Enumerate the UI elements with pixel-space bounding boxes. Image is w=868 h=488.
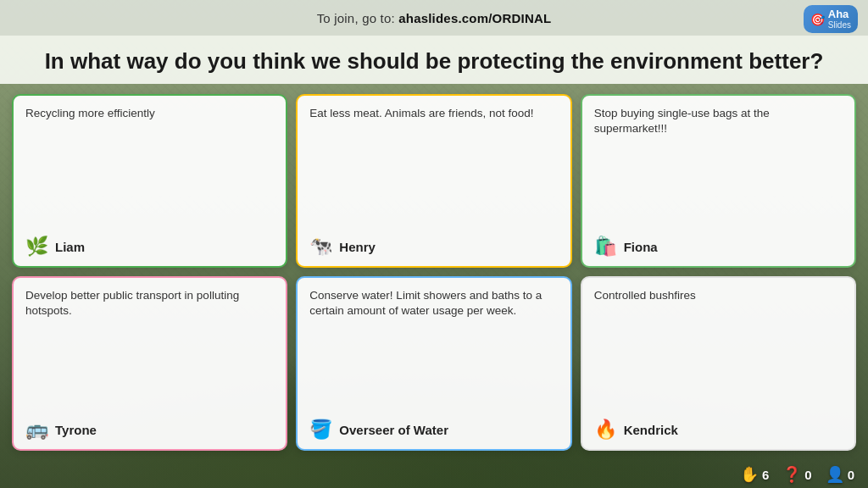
- question-count: 0: [804, 468, 811, 482]
- users-count: 0: [848, 468, 854, 482]
- logo-line2: Slides: [828, 20, 851, 30]
- card-2-username: Henry: [339, 240, 376, 254]
- card-3-icon: 🛍️: [594, 237, 617, 256]
- users-stat: 👤 0: [826, 465, 854, 484]
- question-stat: ❓ 0: [782, 465, 811, 484]
- main-content: To join, go to: ahaslides.com/ORDINAL 🎯 …: [0, 0, 868, 488]
- users-icon: 👤: [826, 465, 844, 484]
- card-4-text: Develop better public transport in pollu…: [25, 288, 274, 319]
- card-4-username: Tyrone: [55, 423, 97, 437]
- hands-stat: ✋ 6: [740, 465, 769, 484]
- join-instruction: To join, go to: ahaslides.com/ORDINAL: [317, 11, 552, 25]
- card-5-username: Overseer of Water: [339, 423, 448, 437]
- card-3-user: 🛍️ Fiona: [594, 237, 843, 256]
- ahaslides-logo[interactable]: 🎯 Aha Slides: [804, 5, 858, 33]
- card-transport: Develop better public transport in pollu…: [12, 276, 287, 451]
- card-5-user: 🪣 Overseer of Water: [309, 420, 558, 439]
- card-2-user: 🐄 Henry: [309, 237, 558, 256]
- logo-line1: Aha: [828, 8, 851, 20]
- card-6-username: Kendrick: [624, 423, 678, 437]
- card-3-username: Fiona: [624, 240, 658, 254]
- question-icon: ❓: [782, 465, 801, 484]
- join-prefix: To join, go to:: [317, 11, 399, 25]
- card-bags: Stop buying single-use bags at the super…: [581, 94, 856, 269]
- logo-text-block: Aha Slides: [828, 8, 851, 30]
- bottom-bar: ✋ 6 ❓ 0 👤 0: [0, 461, 868, 488]
- card-4-user: 🚌 Tyrone: [25, 420, 274, 439]
- card-1-user: 🌿 Liam: [25, 237, 274, 256]
- card-meat: Eat less meat. Animals are friends, not …: [296, 94, 571, 269]
- card-2-icon: 🐄: [309, 237, 332, 256]
- card-3-text: Stop buying single-use bags at the super…: [594, 106, 843, 136]
- top-bar: To join, go to: ahaslides.com/ORDINAL 🎯 …: [0, 0, 868, 36]
- cards-grid: Recycling more efficiently 🌿 Liam Eat le…: [0, 84, 868, 462]
- join-url: ahaslides.com/ORDINAL: [398, 11, 551, 25]
- card-4-icon: 🚌: [25, 420, 48, 439]
- question-text: In what way do you think we should be pr…: [34, 47, 834, 75]
- card-6-text: Controlled bushfires: [594, 288, 843, 303]
- card-recycling: Recycling more efficiently 🌿 Liam: [12, 94, 287, 269]
- card-5-icon: 🪣: [309, 420, 332, 439]
- card-1-text: Recycling more efficiently: [25, 106, 274, 121]
- hands-icon: ✋: [740, 465, 759, 484]
- hands-count: 6: [762, 468, 769, 482]
- card-6-user: 🔥 Kendrick: [594, 420, 843, 439]
- card-5-text: Conserve water! Limit showers and baths …: [309, 288, 558, 319]
- card-1-icon: 🌿: [25, 237, 48, 256]
- question-area: In what way do you think we should be pr…: [0, 36, 868, 84]
- card-bushfires: Controlled bushfires 🔥 Kendrick: [581, 276, 856, 451]
- card-1-username: Liam: [55, 240, 85, 254]
- card-water: Conserve water! Limit showers and baths …: [296, 276, 571, 451]
- card-2-text: Eat less meat. Animals are friends, not …: [309, 106, 558, 121]
- logo-icon: 🎯: [810, 13, 825, 26]
- card-6-icon: 🔥: [594, 420, 617, 439]
